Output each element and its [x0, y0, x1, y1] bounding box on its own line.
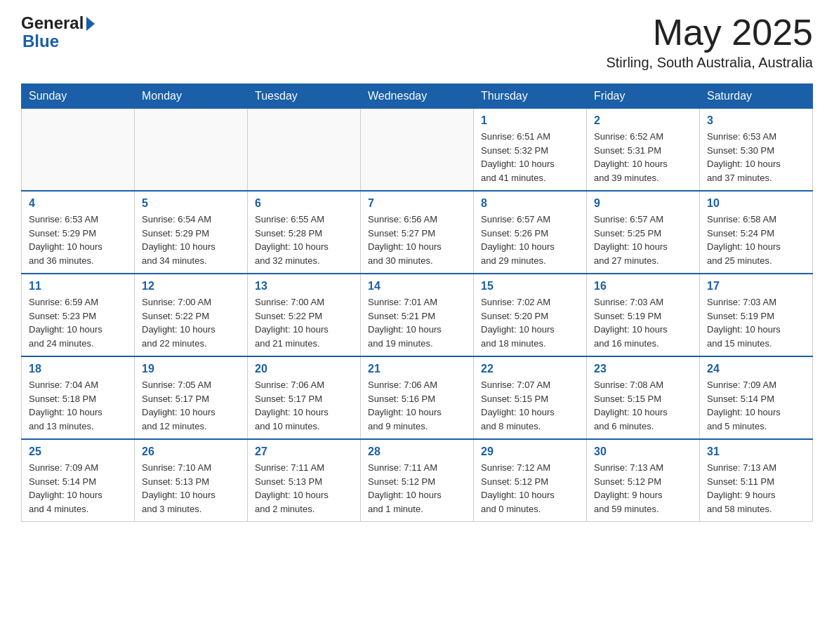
day-number: 2 — [594, 114, 692, 127]
day-info: Sunrise: 7:03 AMSunset: 5:19 PMDaylight:… — [594, 295, 692, 350]
calendar-cell: 4Sunrise: 6:53 AMSunset: 5:29 PMDaylight… — [22, 191, 135, 274]
calendar-cell: 8Sunrise: 6:57 AMSunset: 5:26 PMDaylight… — [474, 191, 587, 274]
calendar-cell — [361, 109, 474, 192]
calendar-cell: 5Sunrise: 6:54 AMSunset: 5:29 PMDaylight… — [135, 191, 248, 274]
day-info: Sunrise: 6:52 AMSunset: 5:31 PMDaylight:… — [594, 130, 692, 185]
day-info: Sunrise: 6:58 AMSunset: 5:24 PMDaylight:… — [707, 213, 805, 267]
calendar-cell: 12Sunrise: 7:00 AMSunset: 5:22 PMDayligh… — [135, 274, 248, 356]
day-number: 19 — [142, 363, 240, 375]
calendar-cell: 1Sunrise: 6:51 AMSunset: 5:32 PMDaylight… — [474, 109, 587, 192]
month-year-title: May 2025 — [606, 14, 813, 51]
calendar-cell: 16Sunrise: 7:03 AMSunset: 5:19 PMDayligh… — [587, 274, 700, 356]
day-info: Sunrise: 6:57 AMSunset: 5:25 PMDaylight:… — [594, 213, 692, 267]
calendar-header-row: SundayMondayTuesdayWednesdayThursdayFrid… — [22, 84, 813, 109]
day-info: Sunrise: 7:09 AMSunset: 5:14 PMDaylight:… — [707, 378, 805, 433]
day-number: 4 — [29, 197, 127, 210]
day-number: 3 — [707, 114, 805, 127]
day-number: 13 — [255, 280, 353, 293]
day-number: 16 — [594, 280, 692, 293]
calendar-week-row: 18Sunrise: 7:04 AMSunset: 5:18 PMDayligh… — [22, 356, 813, 439]
calendar-cell: 2Sunrise: 6:52 AMSunset: 5:31 PMDaylight… — [587, 109, 700, 192]
day-number: 27 — [255, 445, 353, 458]
day-info: Sunrise: 7:01 AMSunset: 5:21 PMDaylight:… — [368, 295, 466, 350]
calendar-week-row: 11Sunrise: 6:59 AMSunset: 5:23 PMDayligh… — [22, 274, 813, 356]
day-number: 10 — [707, 197, 805, 210]
day-info: Sunrise: 7:07 AMSunset: 5:15 PMDaylight:… — [481, 378, 579, 433]
calendar-cell: 10Sunrise: 6:58 AMSunset: 5:24 PMDayligh… — [700, 191, 813, 274]
day-number: 9 — [594, 197, 692, 210]
day-number: 22 — [481, 363, 579, 375]
day-info: Sunrise: 7:11 AMSunset: 5:13 PMDaylight:… — [255, 461, 353, 516]
day-number: 29 — [481, 445, 579, 458]
day-info: Sunrise: 6:55 AMSunset: 5:28 PMDaylight:… — [255, 213, 353, 267]
page-header: General Blue May 2025 Stirling, South Au… — [21, 14, 813, 71]
calendar-cell: 22Sunrise: 7:07 AMSunset: 5:15 PMDayligh… — [474, 356, 587, 439]
calendar-week-row: 4Sunrise: 6:53 AMSunset: 5:29 PMDaylight… — [22, 191, 813, 274]
calendar-cell: 13Sunrise: 7:00 AMSunset: 5:22 PMDayligh… — [248, 274, 361, 356]
day-number: 15 — [481, 280, 579, 293]
calendar-cell: 3Sunrise: 6:53 AMSunset: 5:30 PMDaylight… — [700, 109, 813, 192]
calendar-cell: 6Sunrise: 6:55 AMSunset: 5:28 PMDaylight… — [248, 191, 361, 274]
calendar-cell: 19Sunrise: 7:05 AMSunset: 5:17 PMDayligh… — [135, 356, 248, 439]
calendar-cell: 27Sunrise: 7:11 AMSunset: 5:13 PMDayligh… — [248, 439, 361, 522]
calendar-header-friday: Friday — [587, 84, 700, 109]
calendar-cell: 30Sunrise: 7:13 AMSunset: 5:12 PMDayligh… — [587, 439, 700, 522]
day-info: Sunrise: 6:53 AMSunset: 5:29 PMDaylight:… — [29, 213, 127, 267]
day-number: 18 — [29, 363, 127, 375]
day-number: 11 — [29, 280, 127, 293]
calendar-cell: 28Sunrise: 7:11 AMSunset: 5:12 PMDayligh… — [361, 439, 474, 522]
day-info: Sunrise: 7:13 AMSunset: 5:12 PMDaylight:… — [594, 461, 692, 516]
calendar-cell — [248, 109, 361, 192]
day-info: Sunrise: 7:04 AMSunset: 5:18 PMDaylight:… — [29, 378, 127, 433]
header-title-area: May 2025 Stirling, South Australia, Aust… — [606, 14, 813, 71]
calendar-cell: 24Sunrise: 7:09 AMSunset: 5:14 PMDayligh… — [700, 356, 813, 439]
location-text: Stirling, South Australia, Australia — [606, 55, 813, 71]
day-info: Sunrise: 6:59 AMSunset: 5:23 PMDaylight:… — [29, 295, 127, 350]
calendar-cell: 17Sunrise: 7:03 AMSunset: 5:19 PMDayligh… — [700, 274, 813, 356]
day-number: 24 — [707, 363, 805, 375]
day-number: 28 — [368, 445, 466, 458]
day-info: Sunrise: 6:51 AMSunset: 5:32 PMDaylight:… — [481, 130, 579, 185]
day-info: Sunrise: 6:57 AMSunset: 5:26 PMDaylight:… — [481, 213, 579, 267]
day-number: 20 — [255, 363, 353, 375]
logo: General Blue — [21, 14, 95, 51]
day-number: 6 — [255, 197, 353, 210]
day-info: Sunrise: 6:56 AMSunset: 5:27 PMDaylight:… — [368, 213, 466, 267]
calendar-cell: 9Sunrise: 6:57 AMSunset: 5:25 PMDaylight… — [587, 191, 700, 274]
day-number: 12 — [142, 280, 240, 293]
calendar-cell — [22, 109, 135, 192]
calendar-cell: 14Sunrise: 7:01 AMSunset: 5:21 PMDayligh… — [361, 274, 474, 356]
logo-arrow-icon — [86, 17, 95, 31]
calendar-cell: 11Sunrise: 6:59 AMSunset: 5:23 PMDayligh… — [22, 274, 135, 356]
calendar-cell: 25Sunrise: 7:09 AMSunset: 5:14 PMDayligh… — [22, 439, 135, 522]
day-info: Sunrise: 7:02 AMSunset: 5:20 PMDaylight:… — [481, 295, 579, 350]
day-number: 5 — [142, 197, 240, 210]
logo-general-text: General — [21, 14, 84, 32]
day-info: Sunrise: 7:05 AMSunset: 5:17 PMDaylight:… — [142, 378, 240, 433]
calendar-week-row: 25Sunrise: 7:09 AMSunset: 5:14 PMDayligh… — [22, 439, 813, 522]
calendar-header-wednesday: Wednesday — [361, 84, 474, 109]
day-number: 25 — [29, 445, 127, 458]
calendar-cell: 21Sunrise: 7:06 AMSunset: 5:16 PMDayligh… — [361, 356, 474, 439]
logo-blue-text: Blue — [22, 32, 59, 51]
day-info: Sunrise: 7:13 AMSunset: 5:11 PMDaylight:… — [707, 461, 805, 516]
day-info: Sunrise: 7:06 AMSunset: 5:16 PMDaylight:… — [368, 378, 466, 433]
day-number: 21 — [368, 363, 466, 375]
day-number: 7 — [368, 197, 466, 210]
day-info: Sunrise: 7:00 AMSunset: 5:22 PMDaylight:… — [255, 295, 353, 350]
day-info: Sunrise: 6:53 AMSunset: 5:30 PMDaylight:… — [707, 130, 805, 185]
day-number: 30 — [594, 445, 692, 458]
calendar-cell: 18Sunrise: 7:04 AMSunset: 5:18 PMDayligh… — [22, 356, 135, 439]
calendar-week-row: 1Sunrise: 6:51 AMSunset: 5:32 PMDaylight… — [22, 109, 813, 192]
calendar-cell: 15Sunrise: 7:02 AMSunset: 5:20 PMDayligh… — [474, 274, 587, 356]
day-number: 8 — [481, 197, 579, 210]
day-number: 17 — [707, 280, 805, 293]
calendar-header-saturday: Saturday — [700, 84, 813, 109]
calendar-header-monday: Monday — [135, 84, 248, 109]
day-number: 1 — [481, 114, 579, 127]
day-info: Sunrise: 7:03 AMSunset: 5:19 PMDaylight:… — [707, 295, 805, 350]
calendar-header-sunday: Sunday — [22, 84, 135, 109]
calendar-cell: 7Sunrise: 6:56 AMSunset: 5:27 PMDaylight… — [361, 191, 474, 274]
calendar-cell: 29Sunrise: 7:12 AMSunset: 5:12 PMDayligh… — [474, 439, 587, 522]
day-number: 23 — [594, 363, 692, 375]
